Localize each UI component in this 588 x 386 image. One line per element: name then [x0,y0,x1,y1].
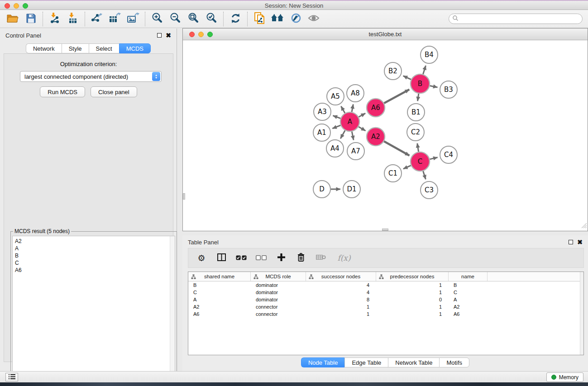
table-cell[interactable]: 1 [376,290,449,295]
graph-edge-C-C4[interactable] [430,157,437,159]
column-header-name[interactable]: name [449,272,488,281]
graph-node-B[interactable]: B [411,74,430,93]
table-cell[interactable]: A2 [449,304,488,310]
tab-style[interactable]: Style [62,43,89,53]
table-cell[interactable]: C [188,290,251,295]
table-row[interactable]: Cdominator41C [188,289,583,296]
table-cell[interactable]: B [449,282,488,288]
graph-node-B4[interactable]: B4 [421,46,438,63]
mcds-result-item[interactable]: A6 [13,267,175,274]
graph-node-A4[interactable]: A4 [326,140,344,157]
zoom-out-button[interactable] [166,11,184,27]
graph-node-B1[interactable]: B1 [407,104,425,121]
mcds-result-item[interactable]: A2 [13,236,175,245]
graph-node-A[interactable]: A [340,112,359,131]
table-settings-button[interactable]: ⚙ [195,251,208,265]
home-button[interactable] [268,11,287,27]
graph-node-C[interactable]: C [411,152,430,171]
tab-node-table[interactable]: Node Table [301,357,345,367]
mcds-result-item[interactable]: C [13,259,175,267]
export-image-button[interactable] [124,11,142,27]
zoom-fit-button[interactable] [184,11,202,27]
import-network-button[interactable] [46,11,64,27]
column-header-mcds-role[interactable]: MCDS role [251,272,306,281]
graph-node-B3[interactable]: B3 [440,81,457,98]
resize-grip-icon[interactable] [581,222,587,230]
refresh-button[interactable] [226,11,244,27]
new-network-from-selection-button[interactable] [250,11,268,27]
show-columns-button[interactable] [215,251,228,265]
graph-node-C1[interactable]: C1 [384,165,402,182]
graph-node-A7[interactable]: A7 [347,143,364,160]
table-cell[interactable]: 1 [306,311,376,317]
vertical-scroll-thumb[interactable] [183,193,185,200]
table-cell[interactable]: A [188,297,251,302]
task-history-button[interactable] [5,373,18,381]
horizontal-scroll-thumb[interactable] [382,229,388,231]
table-cell[interactable]: 8 [306,297,376,302]
graph-node-A1[interactable]: A1 [313,124,330,141]
delete-rows-button[interactable] [294,251,308,265]
criterion-select[interactable]: largest connected component (directed) ▲… [20,71,162,82]
table-cell[interactable]: A2 [188,304,251,310]
graph-node-A8[interactable]: A8 [347,85,364,102]
graph-edge-A-A2[interactable] [359,127,365,131]
graph-node-B2[interactable]: B2 [384,62,402,80]
graph-edge-A2-C[interactable] [384,141,409,156]
tab-select[interactable]: Select [89,43,119,53]
graph-edge-B-B1[interactable] [418,94,419,101]
graph-node-A6[interactable]: A6 [367,99,385,117]
table-cell[interactable]: dominator [251,290,306,295]
graph-node-C2[interactable]: C2 [407,124,424,141]
graph-edge-B-B4[interactable] [423,66,426,74]
open-session-button[interactable] [4,11,22,27]
eye-button[interactable] [305,11,323,27]
table-cell[interactable]: 4 [306,282,376,288]
tab-network[interactable]: Network [26,43,62,53]
graph-edge-C-C3[interactable] [423,171,426,179]
table-cell[interactable]: A6 [188,311,251,317]
table-row[interactable]: A2connector11A2 [188,303,583,310]
graph-node-D1[interactable]: D1 [343,181,360,198]
column-header-predecessor-nodes[interactable]: predecessor nodes [376,272,449,281]
graph-node-C4[interactable]: C4 [440,146,457,163]
graph-edge-A-A6[interactable] [359,113,365,117]
table-cell[interactable]: 1 [376,282,449,288]
mcds-result-item[interactable]: A [13,245,175,252]
memory-button[interactable]: Memory [546,372,583,382]
tab-edge-table[interactable]: Edge Table [344,357,388,367]
table-cell[interactable]: 1 [376,311,449,317]
close-panel-icon[interactable]: ✖ [166,33,171,38]
label-visibility-button[interactable] [287,11,305,27]
graph-node-C3[interactable]: C3 [421,181,438,199]
table-cell[interactable]: A [449,297,488,302]
network-canvas[interactable]: B4B2BB3B1A5A8A6A3AA1C2A4A7A2C4CC1C3DD1 [183,40,588,231]
table-cell[interactable]: dominator [251,297,306,302]
table-cell[interactable]: B [188,282,251,288]
table-cell[interactable]: dominator [251,282,306,288]
graph-node-A2[interactable]: A2 [367,128,385,146]
table-cell[interactable]: C [449,290,488,295]
search-box[interactable] [449,14,583,24]
table-cell[interactable]: 0 [376,297,449,302]
table-row[interactable]: Bdominator41B [188,281,583,289]
graph-node-A5[interactable]: A5 [327,88,344,105]
close-panel-icon[interactable]: ✖ [577,240,583,244]
tab-mcds[interactable]: MCDS [119,43,151,53]
select-all-button[interactable] [234,251,248,265]
graph-edge-A6-B[interactable] [384,90,409,103]
table-cell[interactable]: 1 [306,304,376,310]
table-cell[interactable]: A6 [449,311,488,317]
export-table-button[interactable] [106,11,124,27]
graph-edge-B-B3[interactable] [430,86,438,87]
tab-motifs[interactable]: Motifs [439,357,469,367]
zoom-in-button[interactable] [148,11,166,27]
table-cell[interactable]: connector [251,311,306,317]
table-cell[interactable]: connector [251,304,306,310]
graph-edge-A-A1[interactable] [332,125,340,129]
zoom-selected-button[interactable] [202,11,220,27]
close-panel-button[interactable]: Close panel [91,86,137,97]
table-row[interactable]: Adominator80A [188,296,583,303]
result-list-scrollbar[interactable] [170,236,175,385]
graph-edge-A-A4[interactable] [340,130,345,138]
